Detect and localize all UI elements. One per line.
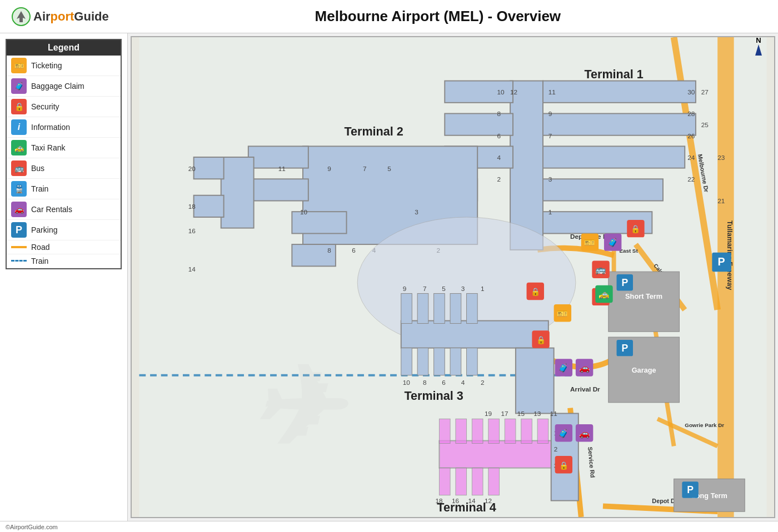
east-st-label: East St bbox=[619, 248, 638, 254]
t4-gate15: 15 bbox=[517, 410, 525, 417]
legend-box: Legend 🎫 Ticketing 🧳 Baggage Claim 🔒 Sec… bbox=[6, 39, 122, 269]
svg-rect-53 bbox=[488, 468, 500, 495]
security-icon: 🔒 bbox=[11, 99, 27, 114]
svg-rect-36 bbox=[401, 348, 412, 375]
train-icon: 🚆 bbox=[11, 181, 27, 197]
t2-gate14: 14 bbox=[188, 265, 196, 273]
t1-gate1: 1 bbox=[548, 208, 552, 215]
ticketing-icon: 🎫 bbox=[11, 58, 27, 73]
t1-gate25: 25 bbox=[701, 121, 709, 128]
t2-gate3: 3 bbox=[415, 208, 418, 215]
t2-gate11: 11 bbox=[278, 165, 286, 172]
train-line-icon bbox=[11, 260, 27, 262]
svg-rect-47 bbox=[505, 419, 516, 443]
t4-gate13: 13 bbox=[533, 410, 541, 417]
baggage-icon: 🧳 bbox=[11, 78, 27, 94]
svg-rect-38 bbox=[434, 348, 445, 375]
parking-icon: P bbox=[11, 222, 27, 238]
parking-icon-top: P bbox=[718, 255, 725, 268]
t3-gate6: 6 bbox=[442, 379, 446, 386]
map-baggage-icon1: 🧳 bbox=[607, 237, 619, 248]
t1-gate4: 4 bbox=[497, 154, 501, 161]
parking-label: Parking bbox=[31, 225, 57, 234]
t2-gate7: 7 bbox=[363, 165, 367, 172]
t1-gate10: 10 bbox=[497, 88, 505, 96]
t3-gate9: 9 bbox=[403, 285, 407, 292]
t4-gate18: 18 bbox=[436, 497, 443, 504]
map-carrental-icon2: 🚗 bbox=[579, 428, 590, 439]
svg-rect-37 bbox=[417, 348, 428, 375]
legend-item-taxi: 🚕 Taxi Rank bbox=[7, 138, 121, 158]
terminal1-label: Terminal 1 bbox=[584, 67, 643, 81]
compass: N bbox=[750, 36, 767, 58]
train-line-label: Train bbox=[31, 257, 48, 265]
legend-item-baggage: 🧳 Baggage Claim bbox=[7, 76, 121, 97]
terminal3-label: Terminal 3 bbox=[404, 389, 463, 403]
parking-garage-icon: P bbox=[621, 343, 628, 354]
legend-item-train: 🚆 Train bbox=[7, 179, 121, 199]
t2-gate9: 9 bbox=[327, 165, 331, 172]
map-security-icon2: 🔒 bbox=[531, 287, 541, 297]
legend-item-information: i Information bbox=[7, 117, 121, 138]
t3-gate7: 7 bbox=[423, 285, 427, 292]
t1-gate11: 11 bbox=[548, 88, 556, 96]
map-baggage-icon2: 🧳 bbox=[558, 363, 569, 373]
t1-gate7: 7 bbox=[548, 132, 552, 139]
footer: ©AirportGuide.com bbox=[0, 521, 778, 532]
svg-rect-34 bbox=[450, 293, 461, 323]
t2-gate18: 18 bbox=[188, 203, 196, 210]
legend-title: Legend bbox=[7, 40, 121, 56]
t1-gate23: 23 bbox=[717, 154, 725, 161]
legend-item-road: Road bbox=[7, 240, 121, 254]
svg-rect-32 bbox=[417, 293, 428, 323]
t2-gate20: 20 bbox=[188, 165, 196, 172]
svg-rect-44 bbox=[456, 419, 467, 443]
security-label: Security bbox=[31, 102, 59, 111]
svg-rect-23 bbox=[248, 179, 308, 200]
main-container: Legend 🎫 Ticketing 🧳 Baggage Claim 🔒 Sec… bbox=[0, 33, 778, 521]
t3-gate4: 4 bbox=[461, 379, 465, 386]
map-taxi-icon1: 🚕 bbox=[599, 289, 610, 299]
t3-gate2: 2 bbox=[481, 379, 485, 386]
t1-gate30: 30 bbox=[687, 88, 695, 96]
svg-rect-33 bbox=[434, 293, 445, 323]
t4-gate2: 2 bbox=[554, 445, 558, 453]
t1-gate27: 27 bbox=[701, 88, 709, 96]
svg-rect-42 bbox=[439, 441, 570, 468]
map-security-icon1: 🔒 bbox=[631, 225, 641, 234]
svg-rect-18 bbox=[543, 146, 685, 168]
svg-rect-35 bbox=[467, 293, 478, 323]
map-security-icon3: 🔒 bbox=[536, 335, 546, 345]
svg-rect-19 bbox=[543, 179, 663, 200]
t2-gate16: 16 bbox=[188, 227, 196, 234]
t4-gate17: 17 bbox=[501, 410, 508, 417]
page-title: Melbourne Airport (MEL) - Overview bbox=[109, 8, 767, 25]
bus-icon: 🚌 bbox=[11, 160, 27, 176]
t4-gate16: 16 bbox=[452, 497, 460, 504]
t2-gate5: 5 bbox=[387, 165, 391, 172]
legend-item-train-line: Train bbox=[7, 254, 121, 268]
t4-gate11: 11 bbox=[550, 410, 557, 417]
logo-text: AirportGuide bbox=[33, 9, 109, 24]
train-label: Train bbox=[31, 184, 48, 193]
svg-rect-41 bbox=[516, 348, 554, 414]
t4-gate12: 12 bbox=[485, 497, 492, 504]
arrival-dr-label: Arrival Dr bbox=[570, 385, 600, 393]
t2-gate6: 6 bbox=[352, 247, 356, 254]
t3-gate1: 1 bbox=[481, 285, 485, 292]
t4-gate14: 14 bbox=[468, 497, 476, 504]
svg-rect-13 bbox=[445, 113, 513, 135]
t3-gate5: 5 bbox=[442, 285, 446, 292]
t2-gate10: 10 bbox=[300, 208, 308, 215]
parking-long-term-icon: P bbox=[687, 484, 694, 495]
legend-item-bus: 🚌 Bus bbox=[7, 158, 121, 179]
sidebar: Legend 🎫 Ticketing 🧳 Baggage Claim 🔒 Sec… bbox=[0, 33, 128, 521]
t1-gate3: 3 bbox=[548, 175, 552, 183]
t2-gate8: 8 bbox=[327, 247, 331, 254]
t1-gate12: 12 bbox=[510, 88, 517, 96]
t1-gate8: 8 bbox=[497, 110, 501, 117]
svg-rect-26 bbox=[221, 157, 254, 228]
svg-rect-31 bbox=[401, 293, 412, 323]
terminal2-label: Terminal 2 bbox=[344, 124, 403, 138]
garage-label: Garage bbox=[632, 366, 656, 374]
